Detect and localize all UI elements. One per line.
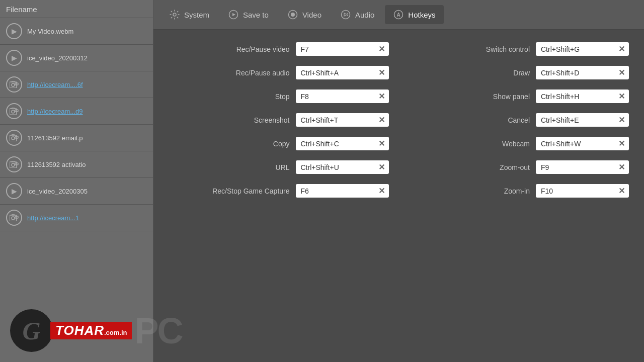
hotkey-input[interactable]: Ctrl+Shift+A✕ [296,66,389,79]
hotkey-row-right-1: DrawCtrl+Shift+D✕ [409,66,629,79]
tab-audio[interactable]: Audio [332,5,382,24]
hotkey-label: Zoom-in [504,187,530,195]
hotkey-label: Rec/Pause video [236,45,290,53]
hotkey-input[interactable]: F9✕ [536,160,629,174]
hotkey-clear-button[interactable]: ✕ [617,92,626,101]
tab-label: Save to [243,11,269,19]
hotkey-value: Ctrl+Shift+E [541,116,579,124]
play-icon: ▶ [6,183,22,199]
hotkey-row-right-0: Switch controlCtrl+Shift+G✕ [409,42,629,56]
hotkey-row-right-5: Zoom-outF9✕ [409,160,629,174]
hotkey-label: Rec/Pause audio [236,69,290,77]
hotkey-clear-button[interactable]: ✕ [617,162,626,172]
camera-icon [6,156,22,172]
sidebar-item-name: http://icecream...1 [27,214,79,222]
hotkey-input[interactable]: Ctrl+Shift+D✕ [536,66,629,79]
camera-icon [6,130,22,146]
hotkey-label: Stop [275,93,290,101]
hotkey-clear-button[interactable]: ✕ [617,139,626,148]
sidebar-item-name: 112613592 email.p [27,134,83,142]
hotkey-clear-button[interactable]: ✕ [377,115,386,125]
sidebar-item[interactable]: ▶ice_video_20200305 [0,178,153,205]
tab-saveto[interactable]: Save to [220,5,277,24]
sidebar-item[interactable]: http://icecream...d9 [0,98,153,125]
hotkey-value: F10 [541,187,553,195]
hotkey-row-left-0: Rec/Pause videoF7✕ [169,42,389,56]
hotkey-input[interactable]: Ctrl+Shift+T✕ [296,113,389,127]
hotkey-clear-button[interactable]: ✕ [377,162,386,172]
filename-column-header: Filename [0,0,153,18]
hotkeys-panel: Rec/Pause videoF7✕Switch controlCtrl+Shi… [153,30,644,362]
tab-system[interactable]: System [161,5,217,24]
sidebar-item-name: http://icecream...d9 [27,108,83,115]
hotkey-input[interactable]: Ctrl+Shift+W✕ [536,137,629,150]
hotkey-value: Ctrl+Shift+W [541,140,581,148]
sidebar-item-name: My Video.webm [27,28,73,35]
sidebar-item[interactable]: http://icecream....6f [0,71,153,98]
hotkey-value: Ctrl+Shift+D [541,69,579,77]
play-circle-icon [228,9,239,20]
hotkey-row-right-2: Show panelCtrl+Shift+H✕ [409,89,629,103]
svg-point-10 [12,163,15,166]
play-icon: ▶ [6,50,22,66]
hotkey-value: F9 [541,163,549,171]
camera-icon [6,103,22,119]
hotkey-input[interactable]: F10✕ [536,184,629,198]
hotkey-clear-button[interactable]: ✕ [617,115,626,125]
hotkey-clear-button[interactable]: ✕ [617,44,626,54]
hotkey-input[interactable]: Ctrl+Shift+H✕ [536,89,629,103]
hotkey-input[interactable]: Ctrl+Shift+C✕ [296,137,389,150]
camera-icon [6,76,22,93]
svg-point-13 [12,217,15,220]
hotkey-input[interactable]: F6✕ [296,184,389,198]
svg-point-18 [291,13,295,17]
sidebar-item-name: http://icecream....6f [27,81,83,88]
sidebar-item[interactable]: http://icecream...1 [0,205,153,231]
hotkey-input[interactable]: Ctrl+Shift+U✕ [296,160,389,174]
gear-icon [169,9,180,20]
hotkey-value: Ctrl+Shift+G [541,45,580,53]
sidebar-item[interactable]: ▶My Video.webm [0,18,153,45]
tab-hotkeys[interactable]: AHotkeys [385,5,443,24]
hotkey-value: Ctrl+Shift+C [301,140,339,148]
hotkey-input[interactable]: Ctrl+Shift+E✕ [536,113,629,127]
main-panel: SystemSave toVideoAudioAHotkeys Rec/Paus… [153,0,644,362]
hotkey-input[interactable]: F8✕ [296,89,389,103]
tab-label: System [184,11,209,19]
hotkey-clear-button[interactable]: ✕ [377,139,386,148]
hotkey-row-left-2: StopF8✕ [169,89,389,103]
speaker-icon [340,9,351,20]
hotkey-value: F6 [301,187,309,195]
sidebar-item[interactable]: 112613592 email.p [0,125,153,151]
hotkey-clear-button[interactable]: ✕ [377,92,386,101]
hotkey-clear-button[interactable]: ✕ [377,68,386,77]
svg-point-19 [341,11,350,19]
hotkey-value: F7 [301,45,309,53]
hotkey-row-right-6: Zoom-inF10✕ [409,184,629,198]
record-icon [287,9,298,20]
hotkey-clear-button[interactable]: ✕ [377,44,386,54]
hotkey-label: Switch control [486,45,530,53]
tab-video[interactable]: Video [279,5,330,24]
hotkey-label: Screenshot [254,116,290,124]
hotkey-input[interactable]: Ctrl+Shift+G✕ [536,42,629,56]
hotkey-label: Zoom-out [500,163,530,171]
hotkey-clear-button[interactable]: ✕ [617,186,626,196]
hotkey-input[interactable]: F7✕ [296,42,389,56]
hotkey-row-left-3: ScreenshotCtrl+Shift+T✕ [169,113,389,127]
hotkey-label: Webcam [502,140,530,148]
sidebar-item[interactable]: 112613592 activatio [0,151,153,178]
hotkey-clear-button[interactable]: ✕ [617,68,626,77]
hotkey-row-left-1: Rec/Pause audioCtrl+Shift+A✕ [169,66,389,79]
hotkey-label: URL [275,163,289,171]
play-icon: ▶ [6,23,22,39]
sidebar-list: ▶My Video.webm▶ice_video_20200312http://… [0,18,153,362]
hotkey-label: Show panel [493,93,530,101]
sidebar-item-name: 112613592 activatio [27,161,86,168]
hotkey-label: Copy [273,140,290,148]
sidebar-item[interactable]: ▶ice_video_20200312 [0,45,153,71]
hotkey-row-right-3: CancelCtrl+Shift+E✕ [409,113,629,127]
hotkey-row-left-6: Rec/Stop Game CaptureF6✕ [169,184,389,198]
svg-point-7 [12,137,15,140]
hotkey-clear-button[interactable]: ✕ [377,186,386,196]
